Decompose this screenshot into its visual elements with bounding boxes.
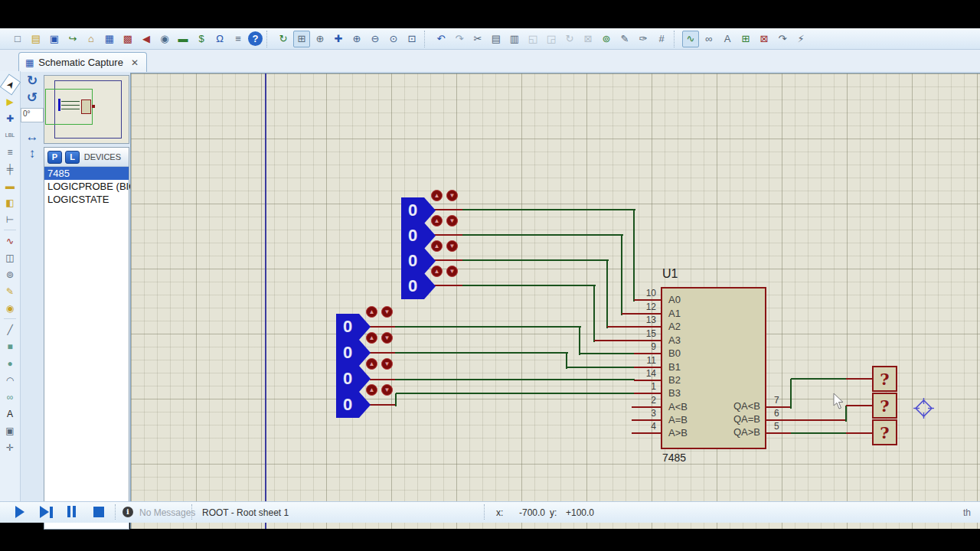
- wire-segment[interactable]: [395, 379, 635, 380]
- graph-mode-icon[interactable]: ∿: [2, 233, 18, 248]
- stop-button[interactable]: [93, 507, 104, 517]
- logicstate-toggle-up-button[interactable]: ▲: [431, 266, 443, 277]
- schematic-capture-icon[interactable]: ▦: [101, 31, 118, 47]
- 2d-circle-icon[interactable]: ●: [2, 356, 18, 370]
- logicstate-toggle-down-button[interactable]: ▼: [381, 384, 393, 396]
- rotate-clockwise-icon[interactable]: ↻: [27, 74, 38, 88]
- terminal-mode-icon[interactable]: ◧: [2, 195, 18, 210]
- 3d-visualizer-icon[interactable]: ▬: [175, 31, 191, 47]
- redo-icon[interactable]: ↷: [451, 31, 468, 47]
- make-device-icon[interactable]: ✎: [616, 31, 633, 47]
- text-script-icon[interactable]: ≡: [2, 145, 18, 159]
- false-origin-icon[interactable]: ⊕: [312, 31, 328, 47]
- new-file-icon[interactable]: □: [9, 31, 26, 47]
- wire-segment[interactable]: [791, 378, 847, 380]
- save-file-icon[interactable]: ▣: [46, 31, 63, 47]
- bill-of-materials-icon[interactable]: $: [193, 31, 210, 47]
- logicstate-body[interactable]: 0: [401, 273, 424, 299]
- wire-segment[interactable]: [462, 209, 635, 210]
- 2d-symbol-icon[interactable]: ▣: [2, 423, 18, 438]
- design-notes-icon[interactable]: ⚡: [792, 31, 809, 47]
- web-icon[interactable]: ◉: [156, 31, 173, 47]
- tape-recorder-icon[interactable]: ◫: [2, 250, 18, 265]
- wire-segment[interactable]: [606, 260, 608, 328]
- zoom-out-icon[interactable]: ⊖: [367, 31, 384, 47]
- zoom-all-icon[interactable]: ⊙: [385, 31, 402, 47]
- 2d-arc-icon[interactable]: ◠: [2, 373, 18, 387]
- wire-segment[interactable]: [846, 378, 874, 380]
- pause-button[interactable]: [67, 506, 78, 520]
- wire-segment[interactable]: [632, 432, 661, 434]
- info-icon[interactable]: i: [122, 507, 133, 517]
- logicstate-toggle-down-button[interactable]: ▼: [446, 266, 458, 277]
- wire-segment[interactable]: [396, 393, 635, 394]
- wire-segment[interactable]: [395, 326, 581, 328]
- tab-close-icon[interactable]: ✕: [131, 57, 139, 68]
- logicstate-toggle-down-button[interactable]: ▼: [446, 240, 458, 252]
- property-assignment-icon[interactable]: A: [719, 31, 736, 47]
- wire-segment[interactable]: [791, 432, 847, 434]
- logicprobe-1[interactable]: ?: [872, 366, 897, 392]
- electrical-rule-check-icon[interactable]: Ω: [211, 31, 228, 47]
- 2d-box-icon[interactable]: ■: [2, 339, 18, 354]
- wire-segment[interactable]: [433, 259, 462, 261]
- device-list-item[interactable]: LOGICSTATE: [44, 193, 129, 206]
- device-list-item[interactable]: LOGICPROBE (BIG): [44, 180, 129, 193]
- logicstate-body[interactable]: 0: [401, 223, 424, 249]
- wire-label-icon[interactable]: LBL: [2, 128, 18, 142]
- wire-segment[interactable]: [370, 404, 397, 406]
- logicstate-bottom-4[interactable]: 0▲▼: [336, 392, 371, 418]
- wire-segment[interactable]: [634, 393, 661, 394]
- logicstate-body[interactable]: 0: [401, 197, 424, 223]
- junction-dot-icon[interactable]: ✚: [2, 111, 18, 126]
- copy-icon[interactable]: ▤: [488, 31, 505, 47]
- wire-segment[interactable]: [462, 259, 609, 261]
- logicstate-body[interactable]: 0: [336, 340, 359, 366]
- current-probe-icon[interactable]: ◉: [2, 301, 18, 315]
- wire-segment[interactable]: [433, 209, 462, 210]
- mirror-horizontal-icon[interactable]: ↔: [26, 130, 39, 144]
- zoom-area-icon[interactable]: ⊡: [403, 31, 420, 47]
- logicprobe-3[interactable]: ?: [872, 419, 897, 445]
- logicstate-toggle-up-button[interactable]: ▲: [366, 358, 377, 370]
- device-pin-icon[interactable]: ⊢: [2, 212, 18, 227]
- wire-segment[interactable]: [462, 285, 596, 286]
- cut-icon[interactable]: ✂: [469, 31, 486, 47]
- design-explorer-icon[interactable]: ≡: [230, 31, 247, 47]
- logicstate-body[interactable]: 0: [401, 248, 424, 274]
- wire-segment[interactable]: [593, 285, 595, 342]
- wire-segment[interactable]: [634, 353, 661, 354]
- schematic-canvas[interactable]: U17485A010A112A213A315B09B111B214B31A<B2…: [130, 73, 980, 529]
- wire-segment[interactable]: [370, 326, 395, 328]
- logicstate-top-4[interactable]: 0▲▼: [401, 273, 436, 299]
- wire-segment[interactable]: [579, 327, 580, 355]
- logicprobe-2[interactable]: ?: [872, 393, 897, 419]
- zoom-in-icon[interactable]: ⊕: [348, 31, 365, 47]
- new-sheet-icon[interactable]: ⊞: [737, 31, 754, 47]
- 2d-path-icon[interactable]: ∞: [2, 390, 18, 404]
- goto-sheet-icon[interactable]: ↷: [774, 31, 791, 47]
- wire-segment[interactable]: [580, 353, 635, 354]
- remove-sheet-icon[interactable]: ⊠: [756, 31, 773, 47]
- rotate-anticlockwise-icon[interactable]: ↺: [27, 91, 38, 105]
- pick-parts-button[interactable]: P: [47, 151, 62, 164]
- wire-segment[interactable]: [607, 326, 661, 328]
- logicstate-toggle-down-button[interactable]: ▼: [446, 215, 458, 227]
- logicstate-toggle-down-button[interactable]: ▼: [446, 190, 458, 201]
- logicstate-toggle-up-button[interactable]: ▲: [366, 384, 377, 396]
- logicstate-toggle-down-button[interactable]: ▼: [381, 358, 393, 370]
- 2d-text-icon[interactable]: A: [2, 406, 18, 421]
- device-list-item[interactable]: 7485: [44, 167, 129, 180]
- library-button[interactable]: L: [65, 151, 80, 164]
- packaging-tool-icon[interactable]: ✑: [635, 31, 652, 47]
- logicstate-toggle-up-button[interactable]: ▲: [366, 332, 377, 344]
- grid-toggle-icon[interactable]: ⊞: [293, 31, 310, 47]
- tab-schematic-capture[interactable]: ▦ Schematic Capture ✕: [18, 52, 147, 72]
- pick-device-icon[interactable]: ⊚: [598, 31, 615, 47]
- pcb-layout-icon[interactable]: ▩: [119, 31, 136, 47]
- decompose-icon[interactable]: #: [653, 31, 670, 47]
- bus-mode-icon[interactable]: ╪: [2, 161, 18, 176]
- logicstate-toggle-up-button[interactable]: ▲: [366, 306, 377, 318]
- wire-segment[interactable]: [395, 352, 568, 354]
- logicstate-body[interactable]: 0: [336, 392, 359, 418]
